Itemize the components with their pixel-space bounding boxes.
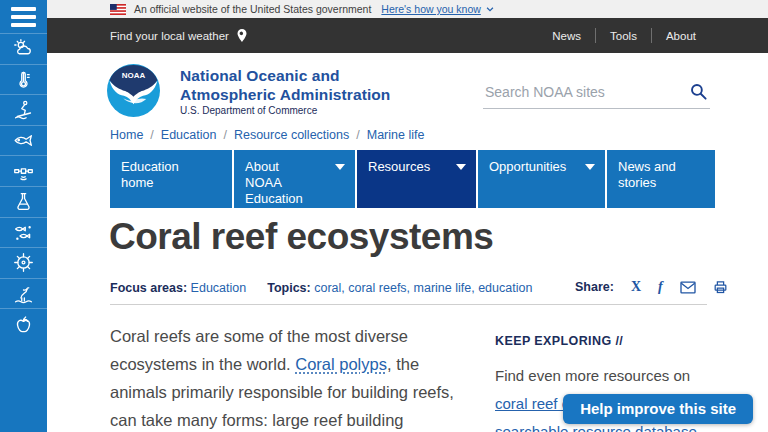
breadcrumb-resource-collections[interactable]: Resource collections [234,128,349,142]
climate-icon[interactable] [0,64,47,95]
share-label: Share: [575,280,614,294]
explore-text: . [697,423,701,432]
tab-about-noaa-education[interactable]: About NOAA Education [234,150,355,208]
org-name-line2: Atmospheric Administration [180,85,390,104]
sanctuaries-icon[interactable] [0,278,47,309]
fisheries-icon[interactable] [0,125,47,156]
noaa-logo[interactable]: NOAA [107,64,160,117]
breadcrumb-home[interactable]: Home [110,128,143,142]
tab-label: About NOAA Education [245,159,317,207]
menu-icon[interactable] [0,0,47,33]
tab-label: News and stories [618,159,688,191]
svg-text:NOAA: NOAA [122,71,146,80]
dept-of-commerce: U.S. Department of Commerce [180,105,317,116]
tab-label: Education home [121,159,199,191]
theme-sidebar [0,0,47,432]
tab-opportunities[interactable]: Opportunities [478,150,605,208]
share-facebook-icon[interactable]: f [658,279,663,295]
location-pin-icon [236,28,248,43]
topbar-link-tools[interactable]: Tools [596,30,651,42]
tab-label: Opportunities [489,159,573,175]
official-site-text: An official website of the United States… [134,3,371,15]
share-email-icon[interactable] [680,281,696,294]
charting-icon[interactable] [0,247,47,278]
topbar-link-about[interactable]: About [652,30,710,42]
breadcrumb-separator: / [356,128,359,142]
usa-gov-banner: An official website of the United States… [47,0,768,18]
utility-topbar: Find your local weather News Tools About [47,18,768,53]
search-input[interactable] [483,80,710,109]
topics-links[interactable]: coral, coral reefs, marine life, educati… [314,281,532,295]
share-print-icon[interactable] [713,280,728,295]
us-flag-icon [110,4,126,15]
marine-life-icon[interactable] [0,217,47,248]
help-improve-site-button[interactable]: Help improve this site [563,394,753,424]
section-nav: Education home About NOAA Education Reso… [110,150,715,208]
tab-resources[interactable]: Resources [357,150,476,208]
chevron-down-icon[interactable] [485,4,495,14]
section-divider [110,304,707,305]
local-weather-link[interactable]: Find your local weather [110,28,248,43]
breadcrumb-marine-life[interactable]: Marine life [367,128,425,142]
coral-polyps-link[interactable]: Coral polyps [295,355,387,373]
tab-label: Resources [368,159,440,175]
site-search [483,80,710,109]
page-title: Coral reef ecosystems [109,216,493,258]
org-name-line1: National Oceanic and [180,66,390,85]
ocean-coasts-icon[interactable] [0,94,47,125]
org-name: National Oceanic and Atmospheric Adminis… [180,66,390,104]
breadcrumb-separator: / [150,128,153,142]
focus-area-education-link[interactable]: Education [191,281,247,295]
tab-education-home[interactable]: Education home [110,150,232,208]
topics-label: Topics: [267,281,311,295]
focus-areas-label: Focus areas: [110,281,187,295]
page-meta: Focus areas: Education Topics: coral, co… [110,281,532,295]
research-icon[interactable] [0,186,47,217]
chevron-down-icon [456,164,466,170]
weather-icon[interactable] [0,33,47,64]
education-icon[interactable] [0,308,47,339]
tab-news-and-stories[interactable]: News and stories [607,150,715,208]
keep-exploring-heading: KEEP EXPLORING // [495,334,713,348]
breadcrumb-separator: / [223,128,226,142]
local-weather-label: Find your local weather [110,30,229,42]
search-icon[interactable] [689,82,708,105]
chevron-down-icon [335,164,345,170]
share-x-icon[interactable]: X [631,279,641,295]
explore-text: Find even more resources on [495,367,690,384]
chevron-down-icon [585,164,595,170]
intro-paragraph: Coral reefs are some of the most diverse… [110,322,468,432]
share-bar: Share: X f [575,279,728,295]
satellites-icon[interactable] [0,155,47,186]
how-you-know-link[interactable]: Here's how you know [381,3,480,15]
topbar-link-news[interactable]: News [538,30,595,42]
breadcrumb: Home/Education/Resource collections/Mari… [110,128,424,142]
breadcrumb-education[interactable]: Education [161,128,217,142]
